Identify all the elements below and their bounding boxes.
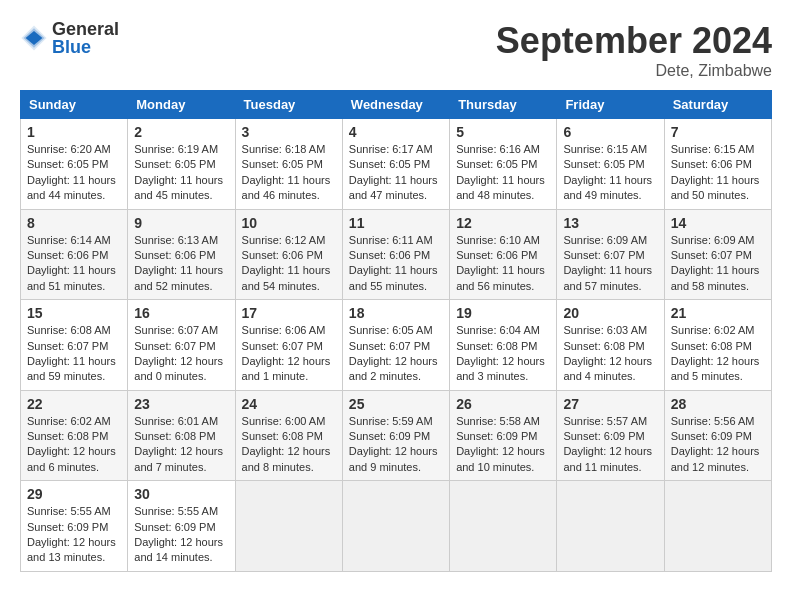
sunrise-label: Sunrise: 6:16 AM [456,143,540,155]
sunrise-label: Sunrise: 6:02 AM [27,415,111,427]
day-number: 28 [671,396,765,412]
calendar-cell: 8 Sunrise: 6:14 AM Sunset: 6:06 PM Dayli… [21,209,128,300]
day-info: Sunrise: 6:05 AM Sunset: 6:07 PM Dayligh… [349,323,443,385]
sunset-label: Sunset: 6:06 PM [242,249,323,261]
day-number: 10 [242,215,336,231]
calendar-week-row: 15 Sunrise: 6:08 AM Sunset: 6:07 PM Dayl… [21,300,772,391]
calendar-day-header: Saturday [664,91,771,119]
day-info: Sunrise: 6:15 AM Sunset: 6:05 PM Dayligh… [563,142,657,204]
day-number: 11 [349,215,443,231]
calendar-cell: 3 Sunrise: 6:18 AM Sunset: 6:05 PM Dayli… [235,119,342,210]
daylight-label: Daylight: 12 hours and 5 minutes. [671,355,760,382]
calendar-cell: 7 Sunrise: 6:15 AM Sunset: 6:06 PM Dayli… [664,119,771,210]
day-number: 22 [27,396,121,412]
daylight-label: Daylight: 12 hours and 4 minutes. [563,355,652,382]
sunset-label: Sunset: 6:09 PM [563,430,644,442]
day-info: Sunrise: 6:11 AM Sunset: 6:06 PM Dayligh… [349,233,443,295]
calendar-day-header: Monday [128,91,235,119]
logo-text: General Blue [52,20,119,56]
sunset-label: Sunset: 6:07 PM [349,340,430,352]
sunrise-label: Sunrise: 6:19 AM [134,143,218,155]
calendar-cell: 28 Sunrise: 5:56 AM Sunset: 6:09 PM Dayl… [664,390,771,481]
calendar-table: SundayMondayTuesdayWednesdayThursdayFrid… [20,90,772,572]
sunset-label: Sunset: 6:07 PM [563,249,644,261]
sunrise-label: Sunrise: 6:15 AM [563,143,647,155]
day-number: 16 [134,305,228,321]
day-info: Sunrise: 6:08 AM Sunset: 6:07 PM Dayligh… [27,323,121,385]
day-info: Sunrise: 6:15 AM Sunset: 6:06 PM Dayligh… [671,142,765,204]
day-info: Sunrise: 6:02 AM Sunset: 6:08 PM Dayligh… [27,414,121,476]
day-info: Sunrise: 6:10 AM Sunset: 6:06 PM Dayligh… [456,233,550,295]
day-info: Sunrise: 6:09 AM Sunset: 6:07 PM Dayligh… [671,233,765,295]
day-info: Sunrise: 6:09 AM Sunset: 6:07 PM Dayligh… [563,233,657,295]
calendar-cell: 29 Sunrise: 5:55 AM Sunset: 6:09 PM Dayl… [21,481,128,572]
day-info: Sunrise: 5:58 AM Sunset: 6:09 PM Dayligh… [456,414,550,476]
sunset-label: Sunset: 6:08 PM [671,340,752,352]
daylight-label: Daylight: 11 hours and 51 minutes. [27,264,116,291]
daylight-label: Daylight: 11 hours and 56 minutes. [456,264,545,291]
sunrise-label: Sunrise: 6:01 AM [134,415,218,427]
daylight-label: Daylight: 12 hours and 2 minutes. [349,355,438,382]
day-info: Sunrise: 5:55 AM Sunset: 6:09 PM Dayligh… [27,504,121,566]
day-number: 12 [456,215,550,231]
day-number: 26 [456,396,550,412]
sunrise-label: Sunrise: 6:03 AM [563,324,647,336]
sunrise-label: Sunrise: 6:18 AM [242,143,326,155]
calendar-cell: 4 Sunrise: 6:17 AM Sunset: 6:05 PM Dayli… [342,119,449,210]
daylight-label: Daylight: 12 hours and 13 minutes. [27,536,116,563]
daylight-label: Daylight: 12 hours and 1 minute. [242,355,331,382]
day-number: 20 [563,305,657,321]
sunrise-label: Sunrise: 6:11 AM [349,234,433,246]
sunset-label: Sunset: 6:06 PM [349,249,430,261]
daylight-label: Daylight: 12 hours and 7 minutes. [134,445,223,472]
daylight-label: Daylight: 11 hours and 58 minutes. [671,264,760,291]
calendar-cell: 18 Sunrise: 6:05 AM Sunset: 6:07 PM Dayl… [342,300,449,391]
sunrise-label: Sunrise: 6:15 AM [671,143,755,155]
sunset-label: Sunset: 6:08 PM [27,430,108,442]
calendar-week-row: 1 Sunrise: 6:20 AM Sunset: 6:05 PM Dayli… [21,119,772,210]
daylight-label: Daylight: 12 hours and 14 minutes. [134,536,223,563]
day-info: Sunrise: 6:06 AM Sunset: 6:07 PM Dayligh… [242,323,336,385]
sunset-label: Sunset: 6:06 PM [134,249,215,261]
daylight-label: Daylight: 11 hours and 54 minutes. [242,264,331,291]
day-info: Sunrise: 6:17 AM Sunset: 6:05 PM Dayligh… [349,142,443,204]
daylight-label: Daylight: 12 hours and 11 minutes. [563,445,652,472]
sunset-label: Sunset: 6:05 PM [349,158,430,170]
sunrise-label: Sunrise: 6:00 AM [242,415,326,427]
logo-blue-text: Blue [52,38,119,56]
sunrise-label: Sunrise: 6:09 AM [563,234,647,246]
calendar-cell: 5 Sunrise: 6:16 AM Sunset: 6:05 PM Dayli… [450,119,557,210]
calendar-cell: 11 Sunrise: 6:11 AM Sunset: 6:06 PM Dayl… [342,209,449,300]
day-info: Sunrise: 6:01 AM Sunset: 6:08 PM Dayligh… [134,414,228,476]
day-info: Sunrise: 6:14 AM Sunset: 6:06 PM Dayligh… [27,233,121,295]
sunset-label: Sunset: 6:05 PM [563,158,644,170]
daylight-label: Daylight: 12 hours and 10 minutes. [456,445,545,472]
daylight-label: Daylight: 11 hours and 45 minutes. [134,174,223,201]
sunset-label: Sunset: 6:05 PM [27,158,108,170]
calendar-cell [342,481,449,572]
day-info: Sunrise: 5:59 AM Sunset: 6:09 PM Dayligh… [349,414,443,476]
daylight-label: Daylight: 12 hours and 0 minutes. [134,355,223,382]
sunrise-label: Sunrise: 6:02 AM [671,324,755,336]
calendar-cell [664,481,771,572]
sunset-label: Sunset: 6:09 PM [27,521,108,533]
day-info: Sunrise: 6:03 AM Sunset: 6:08 PM Dayligh… [563,323,657,385]
day-info: Sunrise: 6:18 AM Sunset: 6:05 PM Dayligh… [242,142,336,204]
sunrise-label: Sunrise: 6:05 AM [349,324,433,336]
daylight-label: Daylight: 11 hours and 55 minutes. [349,264,438,291]
sunrise-label: Sunrise: 5:55 AM [134,505,218,517]
calendar-header-row: SundayMondayTuesdayWednesdayThursdayFrid… [21,91,772,119]
day-number: 2 [134,124,228,140]
sunset-label: Sunset: 6:09 PM [134,521,215,533]
sunrise-label: Sunrise: 5:56 AM [671,415,755,427]
day-info: Sunrise: 5:57 AM Sunset: 6:09 PM Dayligh… [563,414,657,476]
daylight-label: Daylight: 11 hours and 50 minutes. [671,174,760,201]
calendar-cell: 13 Sunrise: 6:09 AM Sunset: 6:07 PM Dayl… [557,209,664,300]
day-number: 17 [242,305,336,321]
daylight-label: Daylight: 12 hours and 9 minutes. [349,445,438,472]
daylight-label: Daylight: 11 hours and 52 minutes. [134,264,223,291]
sunset-label: Sunset: 6:07 PM [242,340,323,352]
sunset-label: Sunset: 6:08 PM [242,430,323,442]
daylight-label: Daylight: 11 hours and 47 minutes. [349,174,438,201]
sunset-label: Sunset: 6:05 PM [456,158,537,170]
